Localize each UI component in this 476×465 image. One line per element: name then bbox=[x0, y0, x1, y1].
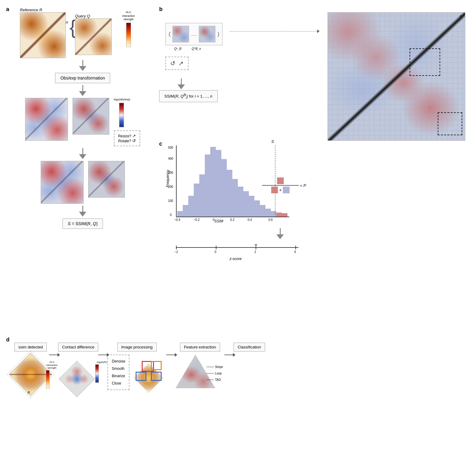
dots-icon: ..... bbox=[191, 32, 197, 37]
arrow1 bbox=[79, 60, 86, 71]
zscore-axis bbox=[176, 247, 298, 248]
connector-2 bbox=[98, 349, 107, 361]
big-heatmap: n bbox=[328, 12, 465, 141]
ssim-result-box: S = SSIM(R, Q) bbox=[62, 218, 103, 229]
ip-steps-box: Denoise Smooth Binarize Close bbox=[107, 355, 129, 390]
svg-rect-5 bbox=[205, 154, 210, 217]
svg-rect-10 bbox=[232, 179, 238, 217]
resize-icon-b: ↗ bbox=[178, 60, 184, 67]
n-label-b: n bbox=[460, 14, 462, 18]
histogram-container: Frequency bbox=[159, 144, 306, 226]
p-label: P bbox=[303, 183, 306, 188]
close-paren-icon: ) bbox=[217, 31, 219, 37]
xtick-neg02: −0.2 bbox=[193, 218, 200, 221]
svg-rect-4 bbox=[199, 174, 205, 217]
query-section: Query Q n { bbox=[75, 14, 112, 55]
zscore-tick-4 bbox=[295, 246, 296, 249]
svg-rect-14 bbox=[254, 200, 260, 217]
final-heatmaps bbox=[41, 161, 125, 204]
query-transformed-heatmap bbox=[73, 98, 109, 135]
stripe-label: Stripe bbox=[206, 364, 223, 370]
colorbar-obsexp: log₂(obs/exp) bbox=[114, 98, 129, 127]
contact-diff-heatmap-area: log₂(Q/R) bbox=[58, 355, 98, 394]
panel-a: a Reference R Query Q n { bbox=[6, 6, 153, 229]
ip-binarize: Binarize bbox=[112, 372, 125, 380]
zscore-label-0: 0 bbox=[215, 250, 216, 254]
svg-rect-8 bbox=[221, 159, 227, 217]
panel-a-label: a bbox=[6, 6, 9, 13]
resize-rotate-box: Resize? ↗ Rotate? ↺ bbox=[114, 130, 141, 146]
ref-title: Reference R bbox=[20, 8, 42, 12]
rotate-icon-box: ↺ ↗ bbox=[165, 57, 189, 70]
open-paren-icon: ( bbox=[169, 31, 171, 37]
classification-labels: Stripe Loop TAD bbox=[206, 364, 223, 383]
xtick-04: 0.4 bbox=[248, 218, 252, 221]
ip-blue-box2 bbox=[151, 372, 162, 381]
ytick-0: 0 bbox=[170, 213, 172, 217]
colorbar-resize-group: log₂(obs/exp) Resize? ↗ Rotate? ↺ bbox=[114, 98, 141, 146]
ssim-detected-box: ssim detected bbox=[14, 343, 47, 352]
xtick-06: 0.6 bbox=[268, 218, 273, 221]
svg-rect-11 bbox=[238, 187, 243, 217]
arrow4 bbox=[79, 206, 86, 217]
stage-contact-difference: Contact difference log₂(Q/R) bbox=[58, 343, 98, 394]
xtick-neg04: −0.4 bbox=[174, 218, 180, 221]
connector-1 bbox=[49, 349, 58, 361]
ref-final-heatmap bbox=[41, 161, 84, 204]
qb1-heatmap bbox=[172, 26, 189, 43]
ytick-100: 100 bbox=[168, 199, 173, 203]
colorbar-d1: Hi-C interaction strength bbox=[46, 361, 58, 389]
ref-transformed-heatmap bbox=[25, 98, 68, 141]
stage-ssim-detected: ssim detected Q R Hi-C interaction stren… bbox=[12, 343, 49, 394]
zscore-label-4: 4 bbox=[294, 250, 296, 254]
ip-blue-box1 bbox=[136, 372, 146, 381]
svg-rect-0 bbox=[177, 211, 183, 217]
svg-rect-12 bbox=[243, 191, 249, 217]
stage-feature-extraction: Feature extraction Stripe Loop bbox=[175, 343, 224, 397]
stage-classification: Classification bbox=[234, 343, 265, 352]
ip-heatmap-area bbox=[133, 355, 166, 390]
connector-4 bbox=[224, 349, 234, 361]
zscore-container: −2 0 2 4 z-score bbox=[176, 241, 311, 259]
s-label: S bbox=[271, 139, 274, 144]
query-final-heatmap bbox=[88, 161, 125, 198]
feature-extraction-box: Feature extraction bbox=[180, 343, 220, 352]
ytick-400: 400 bbox=[168, 157, 173, 160]
ref-heatmap bbox=[20, 12, 66, 58]
svg-rect-15 bbox=[260, 205, 265, 217]
rotate-icon: ↺ bbox=[170, 60, 175, 67]
ip-smooth: Smooth bbox=[112, 365, 125, 372]
x-axis-ssim-label: SSIM bbox=[214, 219, 223, 223]
transformed-heatmaps: log₂(obs/exp) Resize? ↗ Rotate? ↺ bbox=[25, 98, 141, 146]
ytick-500: 500 bbox=[168, 146, 173, 149]
colorbar2-title: log₂(obs/exp) bbox=[114, 98, 129, 102]
contact-difference-box: Contact difference bbox=[58, 343, 98, 352]
svg-rect-2 bbox=[188, 196, 194, 217]
zscore-label-neg2: −2 bbox=[174, 250, 178, 254]
ip-orange-box bbox=[151, 361, 162, 370]
ytick-300: 300 bbox=[168, 171, 173, 174]
ip-close: Close bbox=[112, 380, 125, 387]
loop-label: Loop bbox=[206, 370, 223, 377]
dashed-region-2 bbox=[438, 112, 462, 135]
svg-rect-7 bbox=[216, 150, 221, 217]
svg-rect-18 bbox=[276, 213, 282, 217]
svg-rect-1 bbox=[183, 205, 188, 217]
panel-d: d ssim detected Q R Hi-C interaction str… bbox=[6, 337, 471, 397]
r-label-d: R bbox=[28, 391, 30, 394]
query-heatmap bbox=[75, 18, 112, 55]
panel-c: c Frequency bbox=[159, 141, 328, 259]
panel-b-label: b bbox=[159, 6, 163, 13]
n-label-a: n bbox=[66, 20, 68, 24]
tad-label: TAD bbox=[206, 377, 223, 383]
qbn-label: Q^B_n bbox=[192, 47, 201, 50]
zscore-label-2: 2 bbox=[254, 250, 256, 254]
qb1-label: Q¹_B bbox=[174, 47, 181, 50]
svg-rect-13 bbox=[249, 196, 254, 217]
dotted-arrowhead bbox=[317, 29, 320, 33]
arrow-b bbox=[178, 78, 185, 89]
pipeline-row: ssim detected Q R Hi-C interaction stren… bbox=[12, 343, 471, 397]
arrow-c bbox=[233, 228, 328, 239]
transform-box: Obs/exp transformation bbox=[55, 73, 110, 83]
colorbar1-title: Hi-C interaction strength bbox=[121, 11, 136, 21]
